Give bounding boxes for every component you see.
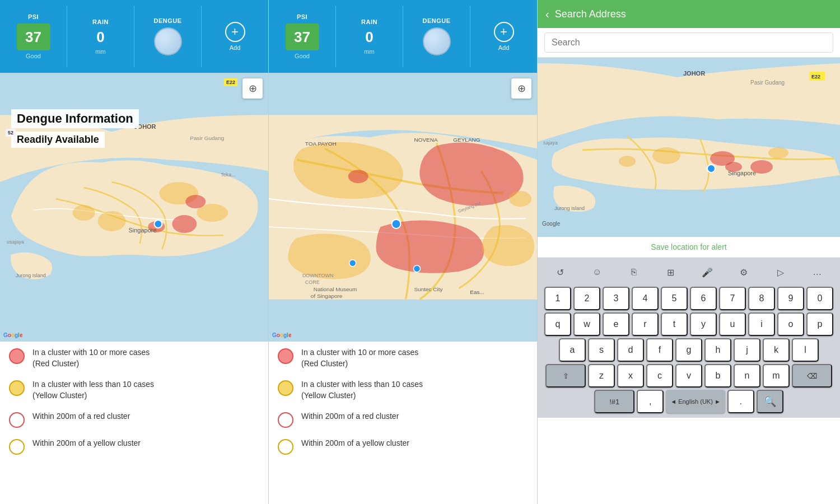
mid-legend-item-yellow-outline: Within 200m of a yellow cluster (278, 438, 528, 455)
kb-key-x[interactable]: x (617, 364, 644, 388)
right-map-svg: JOHOR Pasir Gudang Singapore Jurong Isla… (538, 58, 840, 237)
mid-dengue-y4 (509, 191, 531, 207)
kb-key-q[interactable]: q (544, 312, 571, 336)
kb-symbol-key[interactable]: !#1 (594, 390, 634, 413)
kb-key-8[interactable]: 8 (748, 287, 775, 310)
right-dengue-y1 (652, 147, 680, 164)
kb-more-icon[interactable]: … (808, 263, 826, 281)
kb-key-9[interactable]: 9 (777, 287, 804, 310)
kb-key-7[interactable]: 7 (719, 287, 746, 310)
add-icon: + (225, 22, 245, 42)
kb-key-3[interactable]: 3 (603, 287, 629, 310)
mid-dengue-col: DENGUE (403, 6, 470, 67)
kb-lang-left-arrow: ◄ (670, 398, 676, 405)
kb-key-r[interactable]: r (632, 312, 659, 336)
kb-key-t[interactable]: t (661, 312, 688, 336)
save-location-text[interactable]: Save location for alert (538, 237, 840, 258)
mid-compass-button[interactable]: ⊕ (511, 78, 531, 99)
e22-badge: E22 (224, 78, 237, 86)
right-sajaya: sajaya (543, 140, 558, 146)
mid-add-label: Add (498, 44, 510, 51)
back-button[interactable]: ‹ (545, 8, 549, 21)
mid-header: PSI 37 Good RAIN 0 mm DENGUE + Add (269, 0, 537, 73)
kb-key-c[interactable]: c (646, 364, 673, 388)
kb-key-i[interactable]: i (748, 312, 775, 336)
psi-col: PSI 37 Good (0, 6, 67, 67)
kb-key-2[interactable]: 2 (573, 287, 600, 310)
singapore-label: Singapore (129, 227, 157, 234)
right-title: Search Address (555, 8, 626, 20)
right-pasir-gudang: Pasir Gudang (750, 80, 785, 86)
jurong-label: Jurong Island (16, 273, 46, 278)
mid-add-col[interactable]: + Add (470, 6, 537, 67)
kb-key-a[interactable]: a (559, 338, 586, 362)
kb-key-y[interactable]: y (690, 312, 717, 336)
mid-map-bg: TOA PAYOH NOVENA GEYLANG Chang... Nation… (269, 73, 537, 342)
kb-key-5[interactable]: 5 (661, 287, 688, 310)
kb-key-b[interactable]: b (704, 364, 731, 388)
kb-key-d[interactable]: d (617, 338, 644, 362)
kb-key-n[interactable]: n (734, 364, 760, 388)
dengue-red-2 (185, 195, 206, 208)
right-dengue-y3 (619, 156, 636, 167)
kb-lang-text: English (UK) (678, 398, 713, 405)
kb-key-w[interactable]: w (573, 312, 600, 336)
kb-key-4[interactable]: 4 (632, 287, 659, 310)
mid-add-button[interactable]: + Add (494, 22, 514, 51)
kb-key-h[interactable]: h (704, 338, 731, 362)
rain-unit: mm (95, 48, 105, 55)
add-button[interactable]: + Add (225, 22, 245, 51)
mid-legend-item-red: In a cluster with 10 or more cases(Red C… (278, 347, 528, 369)
psi-value: 37 (17, 24, 50, 50)
pasir-gudang-label: Pasir Gudang (190, 135, 224, 141)
mid-national-museum: National Museum (314, 286, 357, 292)
compass-button[interactable]: ⊕ (242, 78, 263, 99)
left-map-bg: JOHOR Pasir Gudang Singapore Jurong Isla… (0, 73, 268, 342)
kb-comma-key[interactable]: , (637, 390, 664, 413)
mid-map-svg: TOA PAYOH NOVENA GEYLANG Chang... Nation… (269, 73, 537, 342)
kb-backspace-key[interactable]: ⌫ (792, 364, 832, 388)
kb-period-key[interactable]: . (727, 390, 754, 413)
search-input[interactable] (544, 32, 833, 53)
add-col[interactable]: + Add (202, 6, 268, 67)
right-location-dot (707, 165, 715, 172)
kb-key-m[interactable]: m (763, 364, 790, 388)
kb-arrow-icon[interactable]: ▷ (772, 263, 790, 281)
kb-row-qwerty: q w e r t y u i o p (540, 312, 838, 336)
kb-history-icon[interactable]: ↺ (552, 263, 570, 281)
dengue-subtitle: Readily Available (11, 132, 105, 148)
kb-key-p[interactable]: p (806, 312, 833, 336)
kb-key-e[interactable]: e (603, 312, 629, 336)
kb-key-1[interactable]: 1 (544, 287, 571, 310)
kb-key-o[interactable]: o (777, 312, 804, 336)
rain-col: RAIN 0 mm (67, 6, 134, 67)
kb-key-6[interactable]: 6 (690, 287, 717, 310)
kb-key-z[interactable]: z (588, 364, 615, 388)
kb-language-selector[interactable]: ◄ English (UK) ► (666, 390, 725, 413)
kb-settings-icon[interactable]: ⚙ (735, 263, 753, 281)
kb-clipboard-icon[interactable]: ⎘ (625, 263, 643, 281)
kb-grid-icon[interactable]: ⊞ (661, 263, 679, 281)
kb-key-k[interactable]: k (763, 338, 790, 362)
kb-key-u[interactable]: u (719, 312, 746, 336)
mid-legend-yellow-filled-text: In a cluster with less than 10 cases(Yel… (301, 379, 423, 401)
kb-emoji-icon[interactable]: ☺ (588, 263, 606, 281)
mid-rain-col: RAIN 0 mm (336, 6, 403, 67)
kb-key-g[interactable]: g (675, 338, 702, 362)
kb-key-s[interactable]: s (588, 338, 615, 362)
mid-legend-yellow-filled-icon (278, 380, 293, 396)
n52-badge: 52 (6, 129, 16, 137)
kb-shift-key[interactable]: ⇧ (545, 364, 586, 388)
legend-red-outline-icon (9, 412, 25, 428)
kb-key-j[interactable]: j (734, 338, 760, 362)
mid-legend-red-outline-icon (278, 412, 293, 428)
kb-key-v[interactable]: v (675, 364, 702, 388)
kb-key-l[interactable]: l (792, 338, 819, 362)
kb-key-0[interactable]: 0 (806, 287, 833, 310)
kb-mic-icon[interactable]: 🎤 (698, 263, 716, 281)
kb-key-f[interactable]: f (646, 338, 673, 362)
mid-psi-label: PSI (297, 13, 307, 20)
panel-mid: PSI 37 Good RAIN 0 mm DENGUE + Add (269, 0, 538, 504)
legend-item-red: In a cluster with 10 or more cases(Red C… (9, 347, 259, 369)
kb-search-key[interactable]: 🔍 (757, 390, 783, 413)
